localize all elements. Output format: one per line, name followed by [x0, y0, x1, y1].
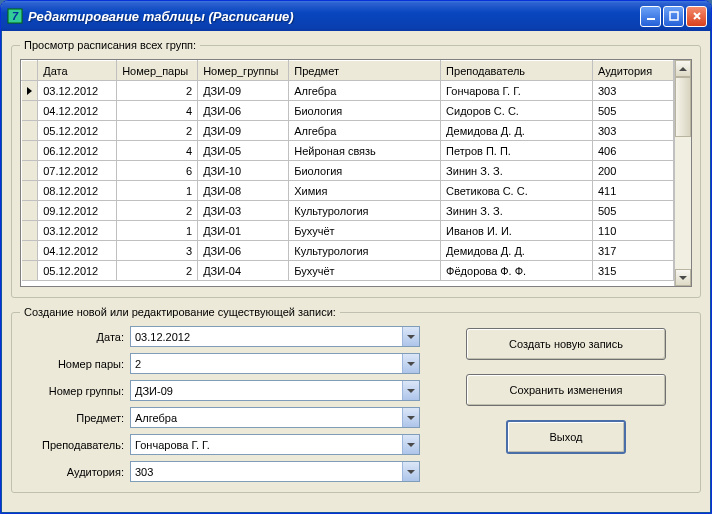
cell-teacher[interactable]: Сидоров С. С.: [441, 101, 593, 121]
cell-subj[interactable]: Химия: [289, 181, 441, 201]
cell-room[interactable]: 505: [592, 101, 673, 121]
subject-combo[interactable]: [130, 407, 420, 428]
table-row[interactable]: 04.12.20124ДЗИ-06БиологияСидоров С. С.50…: [22, 101, 674, 121]
table-row[interactable]: 06.12.20124ДЗИ-05Нейроная связьПетров П.…: [22, 141, 674, 161]
cell-pair[interactable]: 2: [117, 201, 198, 221]
teacher-combo[interactable]: [130, 434, 420, 455]
scroll-thumb[interactable]: [675, 77, 691, 137]
cell-date[interactable]: 05.12.2012: [38, 121, 117, 141]
cell-group[interactable]: ДЗИ-04: [198, 261, 289, 281]
cell-room[interactable]: 303: [592, 121, 673, 141]
scroll-track[interactable]: [675, 77, 691, 269]
exit-button[interactable]: Выход: [506, 420, 626, 454]
cell-room[interactable]: 303: [592, 81, 673, 101]
table-row[interactable]: 09.12.20122ДЗИ-03КультурологияЗинин З. З…: [22, 201, 674, 221]
cell-date[interactable]: 05.12.2012: [38, 261, 117, 281]
cell-pair[interactable]: 4: [117, 101, 198, 121]
scroll-up-button[interactable]: [675, 60, 691, 77]
cell-teacher[interactable]: Петров П. П.: [441, 141, 593, 161]
cell-pair[interactable]: 1: [117, 221, 198, 241]
cell-room[interactable]: 110: [592, 221, 673, 241]
cell-room[interactable]: 317: [592, 241, 673, 261]
cell-teacher[interactable]: Зинин З. З.: [441, 161, 593, 181]
pair-dropdown-icon[interactable]: [402, 354, 419, 373]
cell-pair[interactable]: 4: [117, 141, 198, 161]
cell-group[interactable]: ДЗИ-01: [198, 221, 289, 241]
maximize-button[interactable]: [663, 6, 684, 27]
subject-input[interactable]: [131, 408, 402, 427]
cell-subj[interactable]: Нейроная связь: [289, 141, 441, 161]
col-room[interactable]: Аудитория: [592, 61, 673, 81]
cell-subj[interactable]: Биология: [289, 161, 441, 181]
cell-room[interactable]: 315: [592, 261, 673, 281]
pair-input[interactable]: [131, 354, 402, 373]
col-subject[interactable]: Предмет: [289, 61, 441, 81]
table-row[interactable]: 03.12.20121ДЗИ-01БухучётИванов И. И.110: [22, 221, 674, 241]
cell-pair[interactable]: 6: [117, 161, 198, 181]
cell-teacher[interactable]: Светикова С. С.: [441, 181, 593, 201]
cell-date[interactable]: 03.12.2012: [38, 81, 117, 101]
group-input[interactable]: [131, 381, 402, 400]
cell-teacher[interactable]: Демидова Д. Д.: [441, 121, 593, 141]
date-combo[interactable]: [130, 326, 420, 347]
titlebar[interactable]: 7 Редактирование таблицы (Расписание): [1, 1, 711, 31]
col-date[interactable]: Дата: [38, 61, 117, 81]
schedule-grid[interactable]: Дата Номер_пары Номер_группы Предмет Пре…: [20, 59, 692, 287]
create-button[interactable]: Создать новую запись: [466, 328, 666, 360]
cell-date[interactable]: 04.12.2012: [38, 241, 117, 261]
room-input[interactable]: [131, 462, 402, 481]
cell-subj[interactable]: Алгебра: [289, 121, 441, 141]
cell-teacher[interactable]: Гончарова Г. Г.: [441, 81, 593, 101]
cell-group[interactable]: ДЗИ-10: [198, 161, 289, 181]
table-row[interactable]: 08.12.20121ДЗИ-08ХимияСветикова С. С.411: [22, 181, 674, 201]
cell-group[interactable]: ДЗИ-09: [198, 121, 289, 141]
cell-pair[interactable]: 2: [117, 261, 198, 281]
cell-teacher[interactable]: Иванов И. И.: [441, 221, 593, 241]
cell-teacher[interactable]: Зинин З. З.: [441, 201, 593, 221]
col-group[interactable]: Номер_группы: [198, 61, 289, 81]
table-row[interactable]: 05.12.20122ДЗИ-04БухучётФёдорова Ф. Ф.31…: [22, 261, 674, 281]
save-button[interactable]: Сохранить изменения: [466, 374, 666, 406]
cell-date[interactable]: 08.12.2012: [38, 181, 117, 201]
cell-pair[interactable]: 2: [117, 81, 198, 101]
table-row[interactable]: 04.12.20123ДЗИ-06КультурологияДемидова Д…: [22, 241, 674, 261]
cell-subj[interactable]: Культурология: [289, 241, 441, 261]
cell-subj[interactable]: Бухучёт: [289, 261, 441, 281]
cell-group[interactable]: ДЗИ-08: [198, 181, 289, 201]
close-button[interactable]: [686, 6, 707, 27]
subject-dropdown-icon[interactable]: [402, 408, 419, 427]
minimize-button[interactable]: [640, 6, 661, 27]
pair-combo[interactable]: [130, 353, 420, 374]
room-dropdown-icon[interactable]: [402, 462, 419, 481]
cell-room[interactable]: 406: [592, 141, 673, 161]
cell-subj[interactable]: Алгебра: [289, 81, 441, 101]
table-row[interactable]: 03.12.20122ДЗИ-09АлгебраГончарова Г. Г.3…: [22, 81, 674, 101]
cell-date[interactable]: 06.12.2012: [38, 141, 117, 161]
cell-room[interactable]: 200: [592, 161, 673, 181]
table-row[interactable]: 07.12.20126ДЗИ-10БиологияЗинин З. З.200: [22, 161, 674, 181]
cell-date[interactable]: 04.12.2012: [38, 101, 117, 121]
col-teacher[interactable]: Преподаватель: [441, 61, 593, 81]
table-row[interactable]: 05.12.20122ДЗИ-09АлгебраДемидова Д. Д.30…: [22, 121, 674, 141]
cell-subj[interactable]: Культурология: [289, 201, 441, 221]
cell-teacher[interactable]: Фёдорова Ф. Ф.: [441, 261, 593, 281]
cell-group[interactable]: ДЗИ-03: [198, 201, 289, 221]
group-dropdown-icon[interactable]: [402, 381, 419, 400]
cell-pair[interactable]: 3: [117, 241, 198, 261]
cell-date[interactable]: 09.12.2012: [38, 201, 117, 221]
vertical-scrollbar[interactable]: [674, 60, 691, 286]
cell-room[interactable]: 505: [592, 201, 673, 221]
cell-group[interactable]: ДЗИ-05: [198, 141, 289, 161]
col-pair[interactable]: Номер_пары: [117, 61, 198, 81]
cell-date[interactable]: 03.12.2012: [38, 221, 117, 241]
cell-pair[interactable]: 1: [117, 181, 198, 201]
cell-subj[interactable]: Биология: [289, 101, 441, 121]
date-input[interactable]: [131, 327, 402, 346]
group-combo[interactable]: [130, 380, 420, 401]
cell-group[interactable]: ДЗИ-09: [198, 81, 289, 101]
scroll-down-button[interactable]: [675, 269, 691, 286]
cell-subj[interactable]: Бухучёт: [289, 221, 441, 241]
teacher-dropdown-icon[interactable]: [402, 435, 419, 454]
teacher-input[interactable]: [131, 435, 402, 454]
cell-group[interactable]: ДЗИ-06: [198, 241, 289, 261]
